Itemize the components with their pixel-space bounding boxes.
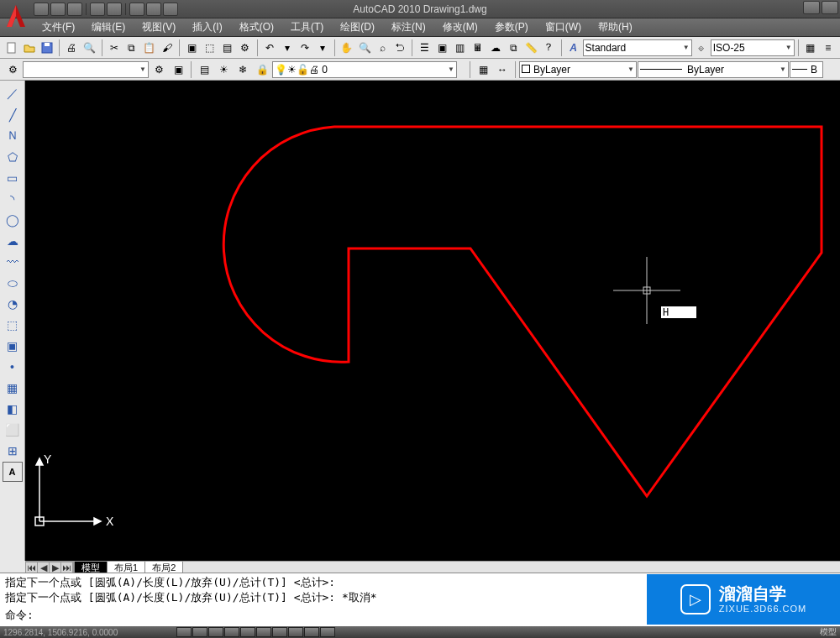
point-icon[interactable]: • <box>3 357 23 377</box>
new-icon[interactable] <box>3 39 20 57</box>
calc-icon[interactable]: 🖩 <box>470 39 486 57</box>
tool-icon[interactable]: ⚙ <box>236 39 253 57</box>
arc-icon[interactable]: ◝ <box>3 189 23 209</box>
qp-toggle[interactable] <box>320 627 335 637</box>
tab-model[interactable]: 模型 <box>74 562 108 573</box>
help-dropdown-icon[interactable] <box>822 1 838 14</box>
dim-style-icon[interactable]: ⟐ <box>693 39 710 57</box>
app-logo[interactable] <box>2 2 30 30</box>
copy-icon[interactable]: ⧉ <box>123 39 140 57</box>
undo-icon[interactable]: ↶ <box>260 39 277 57</box>
region-icon[interactable]: ⬜ <box>3 420 23 440</box>
status-space[interactable]: 模型 <box>820 626 837 638</box>
drawing-canvas[interactable]: X Y <box>25 81 840 561</box>
menu-format[interactable]: 格式(O) <box>231 20 282 34</box>
ducs-toggle[interactable] <box>272 627 287 637</box>
linetype-select[interactable]: B <box>790 61 823 78</box>
print-icon[interactable]: 🖨 <box>63 39 80 57</box>
grid-toggle[interactable] <box>192 627 207 637</box>
designcenter-icon[interactable]: ▣ <box>434 39 451 57</box>
print-preview-icon[interactable]: 🔍 <box>81 39 97 57</box>
properties-icon[interactable]: ☰ <box>416 39 433 57</box>
layer-sun-icon[interactable]: ☀ <box>214 60 233 79</box>
block-icon[interactable]: ▣ <box>3 336 23 356</box>
lineweight-select[interactable]: ByLayer ▼ <box>638 61 789 78</box>
toolpalette-icon[interactable]: ▥ <box>452 39 469 57</box>
layer-select[interactable]: 💡☀🔓🖨 0 ▼ <box>272 61 457 78</box>
ws-icon[interactable]: ⚙ <box>3 60 22 79</box>
rectangle-icon[interactable]: ▭ <box>3 168 23 188</box>
menu-edit[interactable]: 编辑(E) <box>83 20 134 34</box>
gradient-icon[interactable]: ◧ <box>3 399 23 419</box>
lwt-toggle[interactable] <box>304 627 319 637</box>
snap-toggle[interactable] <box>176 627 192 637</box>
table-style-icon[interactable]: ▦ <box>802 39 819 57</box>
keyboard-icon[interactable] <box>803 1 820 14</box>
match-icon[interactable]: 🖌 <box>159 39 176 57</box>
menu-file[interactable]: 文件(F) <box>34 20 83 34</box>
tab-last-icon[interactable]: ⏭ <box>61 562 73 573</box>
ellipsearc-icon[interactable]: ◔ <box>3 294 23 314</box>
measure-icon[interactable]: 📏 <box>522 39 539 57</box>
pline-icon[interactable]: Ｎ <box>3 126 23 146</box>
open-icon[interactable] <box>21 39 38 57</box>
tab-layout2[interactable]: 布局2 <box>144 562 183 573</box>
spline-icon[interactable]: 〰 <box>3 252 23 272</box>
menu-modify[interactable]: 修改(M) <box>434 20 486 34</box>
tab-layout1[interactable]: 布局1 <box>107 562 145 573</box>
line-icon[interactable]: ／ <box>3 84 23 104</box>
polar-toggle[interactable] <box>224 627 239 637</box>
menu-view[interactable]: 视图(V) <box>134 20 184 34</box>
text-style-select[interactable]: Standard ▼ <box>583 39 692 56</box>
menu-tools[interactable]: 工具(T) <box>282 20 332 34</box>
layer-lock-icon[interactable]: 🔒 <box>253 60 271 79</box>
menu-param[interactable]: 参数(P) <box>486 20 537 34</box>
revcloud-icon[interactable]: ☁ <box>3 231 23 251</box>
ellipse-icon[interactable]: ⬭ <box>3 273 23 293</box>
table-icon[interactable]: ⊞ <box>3 441 23 461</box>
layer-props-icon[interactable]: ▤ <box>195 60 213 79</box>
sheet-icon[interactable]: ▤ <box>218 39 235 57</box>
cut-icon[interactable]: ✂ <box>106 39 123 57</box>
menu-insert[interactable]: 插入(I) <box>184 20 230 34</box>
xline-icon[interactable]: ╱ <box>3 105 23 125</box>
dyn-toggle[interactable] <box>288 627 303 637</box>
tab-prev-icon[interactable]: ◀ <box>38 562 50 573</box>
layermatch-icon[interactable]: ↔ <box>493 60 512 79</box>
redo-menu-icon[interactable]: ▾ <box>314 39 331 57</box>
tab-next-icon[interactable]: ▶ <box>50 562 61 573</box>
undo-menu-icon[interactable]: ▾ <box>279 39 296 57</box>
hatch-icon[interactable]: ▦ <box>3 378 23 398</box>
circle-icon[interactable]: ◯ <box>3 210 23 230</box>
explorer-icon[interactable]: ▣ <box>169 60 187 79</box>
block-icon[interactable]: ▣ <box>183 39 200 57</box>
tab-nav[interactable]: ⏮ ◀ ▶ ⏭ <box>25 562 74 573</box>
menu-window[interactable]: 窗口(W) <box>537 20 590 34</box>
osnap-toggle[interactable] <box>240 627 255 637</box>
insert-icon[interactable]: ⬚ <box>3 315 23 335</box>
text-style-icon[interactable]: A <box>564 39 581 57</box>
xref-icon[interactable]: ⬚ <box>201 39 218 57</box>
pan-icon[interactable]: ✋ <box>339 39 355 57</box>
save-icon[interactable] <box>39 39 55 57</box>
otrack-toggle[interactable] <box>256 627 271 637</box>
menu-help[interactable]: 帮助(H) <box>590 20 641 34</box>
mtext-icon[interactable]: ≡ <box>820 39 837 57</box>
tab-first-icon[interactable]: ⏮ <box>26 562 38 573</box>
zoom-prev-icon[interactable]: ⮌ <box>391 39 408 57</box>
color-select[interactable]: ByLayer ▼ <box>519 61 637 78</box>
menu-draw[interactable]: 绘图(D) <box>332 20 383 34</box>
paste-icon[interactable]: 📋 <box>141 39 158 57</box>
dim-style-select[interactable]: ISO-25 ▼ <box>711 39 795 56</box>
help-icon[interactable]: ？ <box>540 39 557 57</box>
dynamic-input[interactable] <box>660 306 697 319</box>
layer-freeze-icon[interactable]: ❄ <box>234 60 252 79</box>
ortho-toggle[interactable] <box>208 627 223 637</box>
markup-icon[interactable]: ☁ <box>487 39 504 57</box>
qselect-icon[interactable]: ⧉ <box>505 39 522 57</box>
polygon-icon[interactable]: ⬠ <box>3 147 23 167</box>
menu-dim[interactable]: 标注(N) <box>383 20 434 34</box>
workspace-select[interactable]: ▼ <box>23 61 149 78</box>
redo-icon[interactable]: ↷ <box>297 39 313 57</box>
ws-save-icon[interactable]: ⚙ <box>150 60 168 79</box>
